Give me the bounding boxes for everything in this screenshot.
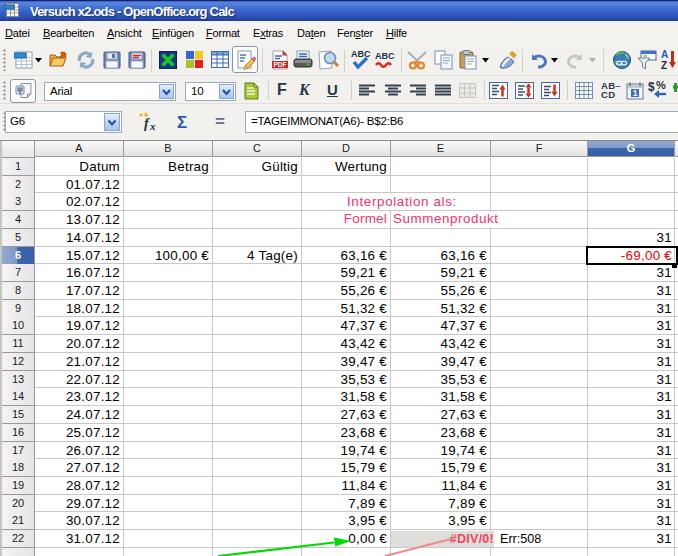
svg-text:$: $ — [648, 80, 655, 94]
svg-text:Z: Z — [661, 60, 667, 71]
svg-text:%: % — [656, 80, 666, 91]
svg-text:PDF: PDF — [274, 61, 287, 68]
svg-text:1: 1 — [633, 88, 638, 98]
svg-text:ABC: ABC — [375, 51, 395, 61]
svg-text:x: x — [149, 120, 156, 132]
svg-text:ABC: ABC — [351, 49, 371, 59]
svg-text:A: A — [661, 49, 668, 60]
